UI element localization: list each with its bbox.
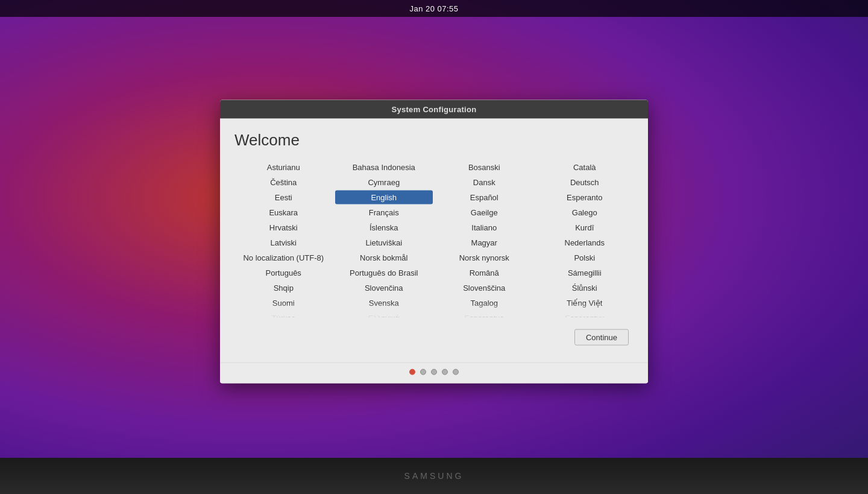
step-dot-4[interactable] bbox=[442, 369, 448, 375]
step-dot-2[interactable] bbox=[420, 369, 426, 375]
language-item-suomi[interactable]: Suomi bbox=[234, 296, 333, 309]
language-item-norsk-bokmal[interactable]: Norsk bokmål bbox=[335, 250, 433, 264]
language-item-slovenscina[interactable]: Slovenščina bbox=[435, 280, 533, 294]
monitor-brand: SAMSUNG bbox=[404, 471, 464, 481]
language-item-asturianu[interactable]: Asturianu bbox=[234, 160, 333, 174]
language-item-norsk-nynorsk[interactable]: Norsk nynorsk bbox=[435, 250, 533, 264]
step-dot-5[interactable] bbox=[453, 369, 459, 375]
language-item-francais[interactable]: Français bbox=[335, 205, 433, 219]
language-item-esperantxx[interactable]: Esperantxx bbox=[536, 311, 634, 317]
language-list-container: AsturianuBahasa IndonesiaBosanskiCatalàČ… bbox=[234, 160, 634, 317]
datetime-display: Jan 20 07:55 bbox=[409, 4, 458, 13]
language-item-gaeilge[interactable]: Gaeilge bbox=[435, 205, 533, 219]
language-item-shqip[interactable]: Shqip bbox=[234, 280, 333, 294]
language-item-turkce[interactable]: Türkçe bbox=[234, 311, 333, 317]
language-item-cestina[interactable]: Čeština bbox=[234, 175, 333, 189]
language-item-no-localization[interactable]: No localization (UTF-8) bbox=[234, 250, 333, 264]
dialog-content: Welcome AsturianuBahasa IndonesiaBosansk… bbox=[220, 118, 648, 362]
language-item-tagalog[interactable]: Tagalog bbox=[435, 296, 533, 309]
language-item-ellhnika[interactable]: Ελληνικά bbox=[335, 311, 433, 317]
language-item-bahasa-indonesia[interactable]: Bahasa Indonesia bbox=[335, 160, 433, 174]
step-dot-3[interactable] bbox=[431, 369, 437, 375]
language-item-lietuviškai[interactable]: Lietuviškai bbox=[335, 235, 433, 249]
language-item-italiano[interactable]: Italiano bbox=[435, 220, 533, 234]
language-item-hrvatski[interactable]: Hrvatski bbox=[234, 220, 333, 234]
dialog-title: System Configuration bbox=[391, 104, 476, 113]
language-item-euskara[interactable]: Euskara bbox=[234, 205, 333, 219]
language-item-svenska[interactable]: Svenska bbox=[335, 296, 433, 309]
dialog-wrapper: System Configuration Welcome AsturianuBa… bbox=[220, 100, 648, 383]
continue-button[interactable]: Continue bbox=[574, 329, 629, 345]
step-dot-1[interactable] bbox=[409, 369, 415, 375]
language-item-magyar[interactable]: Magyar bbox=[435, 235, 533, 249]
language-item-portugues-brasil[interactable]: Português do Brasil bbox=[335, 265, 433, 279]
language-item-esperantxo[interactable]: Esperantxo bbox=[435, 311, 533, 317]
language-item-cymraeg[interactable]: Cymraeg bbox=[335, 175, 433, 189]
language-item-english[interactable]: English bbox=[335, 190, 433, 204]
language-item-samegillii[interactable]: Sámegillii bbox=[536, 265, 634, 279]
dialog-footer: Continue bbox=[234, 326, 634, 352]
language-item-catala[interactable]: Català bbox=[536, 160, 634, 174]
language-item-slovencina[interactable]: Slovenčina bbox=[335, 280, 433, 294]
language-item-galego[interactable]: Galego bbox=[536, 205, 634, 219]
language-item-espanol[interactable]: Español bbox=[435, 190, 533, 204]
language-item-romana[interactable]: Română bbox=[435, 265, 533, 279]
language-grid: AsturianuBahasa IndonesiaBosanskiCatalàČ… bbox=[234, 160, 634, 317]
language-item-latviski[interactable]: Latviski bbox=[234, 235, 333, 249]
language-item-portugues[interactable]: Português bbox=[234, 265, 333, 279]
language-item-islenska[interactable]: Íslenska bbox=[335, 220, 433, 234]
system-config-dialog: System Configuration Welcome AsturianuBa… bbox=[220, 100, 648, 383]
top-bar: Jan 20 07:55 bbox=[0, 0, 868, 17]
language-item-nederlands[interactable]: Nederlands bbox=[536, 235, 634, 249]
language-item-slunski[interactable]: Ślůnski bbox=[536, 280, 634, 294]
language-item-eesti[interactable]: Eesti bbox=[234, 190, 333, 204]
step-dots bbox=[220, 362, 648, 383]
welcome-heading: Welcome bbox=[234, 130, 634, 149]
language-item-esperanto[interactable]: Esperanto bbox=[536, 190, 634, 204]
language-item-deutsch[interactable]: Deutsch bbox=[536, 175, 634, 189]
language-item-kurdi[interactable]: Kurdî bbox=[536, 220, 634, 234]
language-item-tieng-viet[interactable]: Tiếng Việt bbox=[536, 296, 634, 309]
dialog-titlebar: System Configuration bbox=[220, 100, 648, 118]
language-item-bosanski[interactable]: Bosanski bbox=[435, 160, 533, 174]
language-item-dansk[interactable]: Dansk bbox=[435, 175, 533, 189]
monitor-bezel: SAMSUNG bbox=[0, 458, 868, 494]
language-item-polski[interactable]: Polski bbox=[536, 250, 634, 264]
